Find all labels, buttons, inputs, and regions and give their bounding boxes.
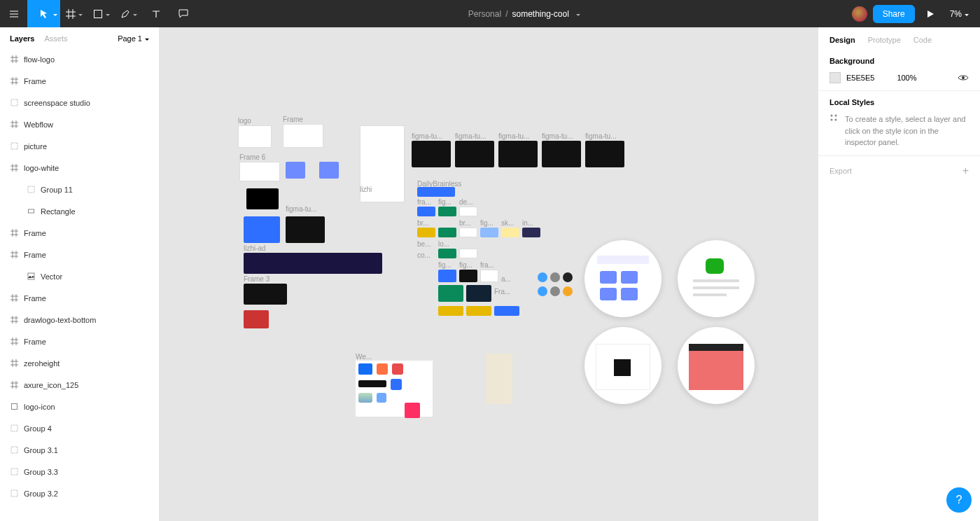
canvas-frame-label[interactable]: Frame bbox=[283, 116, 303, 123]
canvas-frame-label[interactable]: br... bbox=[459, 219, 471, 227]
tab-prototype[interactable]: Prototype bbox=[868, 36, 901, 44]
comment-tool-button[interactable] bbox=[169, 0, 197, 27]
canvas-object[interactable] bbox=[244, 310, 269, 328]
layer-row[interactable]: Frame bbox=[0, 244, 159, 265]
color-swatch[interactable] bbox=[830, 72, 841, 83]
canvas-frame-label[interactable]: fra... bbox=[480, 261, 494, 269]
canvas-frame-label[interactable]: figma-tu... bbox=[585, 132, 616, 140]
canvas-object[interactable] bbox=[550, 272, 560, 282]
canvas-object[interactable] bbox=[486, 354, 512, 404]
canvas-object[interactable] bbox=[563, 286, 573, 296]
canvas-object[interactable] bbox=[584, 327, 662, 404]
canvas-frame-label[interactable]: figma-tu... bbox=[455, 132, 486, 140]
canvas-object[interactable] bbox=[550, 286, 560, 296]
canvas-object[interactable] bbox=[283, 124, 323, 148]
layer-row[interactable]: Group 3.3 bbox=[0, 461, 159, 482]
layer-row[interactable]: Rectangle bbox=[0, 200, 159, 222]
layer-row[interactable]: Group 11 bbox=[0, 179, 159, 200]
tab-layers[interactable]: Layers bbox=[10, 34, 34, 43]
layer-row[interactable]: Frame bbox=[0, 287, 159, 309]
canvas-frame-label[interactable]: br... bbox=[417, 219, 429, 227]
canvas-object[interactable] bbox=[459, 228, 477, 237]
chevron-down-icon[interactable] bbox=[573, 9, 580, 19]
canvas-object[interactable] bbox=[244, 284, 287, 305]
canvas-frame-label[interactable]: lizhi-ad bbox=[244, 244, 266, 252]
tab-design[interactable]: Design bbox=[830, 36, 855, 44]
canvas-object[interactable] bbox=[417, 207, 435, 216]
move-tool-button[interactable] bbox=[27, 0, 60, 27]
canvas-frame-label[interactable]: in... bbox=[522, 219, 533, 227]
canvas-object[interactable] bbox=[459, 249, 477, 258]
pen-tool-button[interactable] bbox=[115, 0, 142, 27]
canvas-object[interactable] bbox=[412, 141, 451, 167]
zoom-level[interactable]: 7% bbox=[946, 9, 973, 19]
canvas-frame-label[interactable]: figma-tu... bbox=[542, 132, 573, 140]
layer-row[interactable]: screenspace studio bbox=[0, 92, 159, 113]
canvas-object[interactable] bbox=[438, 228, 456, 237]
canvas-frame-label[interactable]: be... bbox=[417, 240, 430, 248]
canvas-object[interactable] bbox=[244, 253, 382, 274]
canvas-object[interactable] bbox=[480, 228, 498, 237]
share-button[interactable]: Share bbox=[873, 5, 915, 23]
canvas-object[interactable] bbox=[286, 162, 305, 179]
canvas-frame-label[interactable]: fig... bbox=[459, 261, 472, 269]
breadcrumb-space[interactable]: Personal bbox=[468, 9, 501, 19]
canvas-frame-label[interactable]: fra... bbox=[417, 198, 431, 206]
canvas-object[interactable] bbox=[405, 403, 420, 418]
canvas-object[interactable] bbox=[238, 125, 272, 148]
canvas-object[interactable] bbox=[522, 228, 540, 237]
canvas[interactable]: logo Frame Frame 6 figma-tu... lizhi-ad … bbox=[160, 27, 818, 521]
text-tool-button[interactable] bbox=[142, 0, 169, 27]
add-export-button[interactable]: + bbox=[962, 165, 969, 177]
canvas-object[interactable] bbox=[417, 187, 455, 197]
canvas-frame-label[interactable]: logo bbox=[238, 117, 251, 125]
canvas-frame-label[interactable]: co... bbox=[417, 251, 430, 259]
canvas-frame-label[interactable]: figma-tu... bbox=[286, 205, 316, 213]
canvas-object[interactable] bbox=[542, 141, 581, 167]
canvas-frame-label[interactable]: lizhi bbox=[360, 186, 372, 193]
tab-code[interactable]: Code bbox=[913, 36, 932, 44]
help-button[interactable]: ? bbox=[946, 487, 972, 513]
canvas-object[interactable] bbox=[239, 162, 280, 181]
frame-tool-button[interactable] bbox=[60, 0, 88, 27]
layer-row[interactable]: drawlogo-text-bottom bbox=[0, 309, 159, 331]
canvas-object[interactable] bbox=[585, 141, 624, 167]
canvas-object[interactable] bbox=[356, 361, 433, 417]
canvas-object[interactable] bbox=[480, 270, 498, 282]
canvas-object[interactable] bbox=[438, 306, 463, 316]
page-selector[interactable]: Page 1 bbox=[118, 34, 149, 43]
layer-row[interactable]: Webflow bbox=[0, 113, 159, 135]
canvas-frame-label[interactable]: figma-tu... bbox=[412, 132, 442, 140]
layer-row[interactable]: Group 3.2 bbox=[0, 482, 159, 504]
layer-row[interactable]: Frame bbox=[0, 222, 159, 244]
canvas-object[interactable] bbox=[417, 228, 435, 237]
canvas-frame-label[interactable]: a... bbox=[501, 275, 511, 283]
canvas-object[interactable] bbox=[563, 272, 573, 282]
canvas-object[interactable] bbox=[459, 270, 477, 282]
color-opacity-input[interactable]: 100% bbox=[897, 74, 916, 82]
color-hex-input[interactable]: E5E5E5 bbox=[846, 74, 874, 82]
layer-row[interactable]: axure_icon_125 bbox=[0, 374, 159, 396]
canvas-object[interactable] bbox=[501, 228, 519, 237]
canvas-frame-label[interactable]: lo... bbox=[438, 240, 449, 248]
canvas-object[interactable] bbox=[538, 272, 547, 282]
canvas-object[interactable] bbox=[319, 162, 339, 179]
layer-row[interactable]: logo-white bbox=[0, 157, 159, 179]
shape-tool-button[interactable] bbox=[88, 0, 115, 27]
layer-row[interactable]: Frame bbox=[0, 70, 159, 92]
layer-row[interactable]: logo-icon bbox=[0, 396, 159, 417]
layer-row[interactable]: Frame bbox=[0, 331, 159, 352]
tab-assets[interactable]: Assets bbox=[44, 34, 67, 43]
present-button[interactable] bbox=[920, 0, 940, 27]
layer-row[interactable]: picture bbox=[0, 135, 159, 157]
canvas-frame-label[interactable]: Frame 3 bbox=[244, 275, 270, 283]
avatar[interactable] bbox=[852, 6, 867, 22]
visibility-toggle[interactable] bbox=[958, 74, 969, 81]
canvas-frame-label[interactable]: fig... bbox=[480, 219, 493, 227]
layer-row[interactable]: flow-logo bbox=[0, 48, 159, 70]
main-menu-button[interactable] bbox=[0, 0, 27, 27]
canvas-object[interactable] bbox=[455, 141, 494, 167]
canvas-frame-label[interactable]: de... bbox=[459, 198, 472, 206]
canvas-object[interactable] bbox=[246, 188, 279, 209]
canvas-object[interactable] bbox=[459, 207, 477, 216]
